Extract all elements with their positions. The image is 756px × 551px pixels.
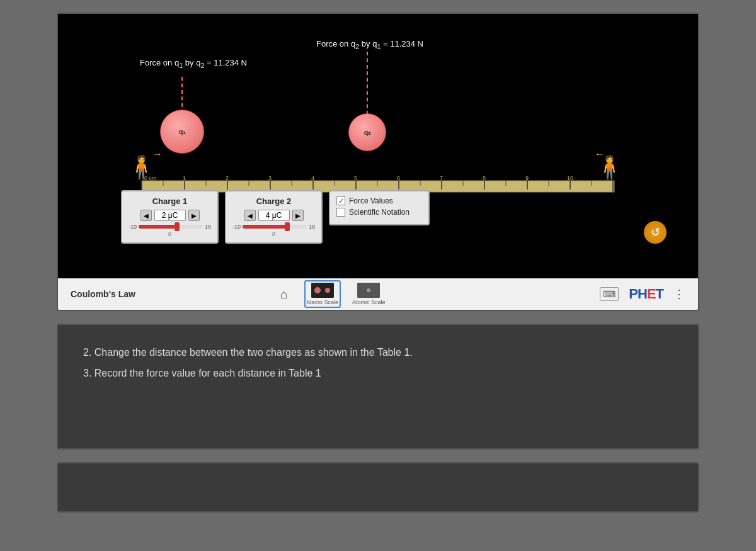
force-q1-value: = 11.234 N [207,58,247,67]
charge2-control-row: ◀ 4 μC ▶ [232,210,315,221]
atomic-scale-svg [357,283,380,298]
charge2-slider-fill [243,225,287,229]
scientific-notation-option[interactable]: Scientific Notation [336,208,422,217]
charge1-min: -10 [129,224,137,230]
force-label-q1: Force on q1 by q2 = 11.234 N [140,58,247,69]
charge-q2-icon: q₂ [364,128,371,137]
svg-text:4: 4 [311,176,314,181]
charge2-slider-row: -10 10 [232,224,315,230]
options-panel: ✓ Force Values Scientific Notation [329,190,430,225]
charge1-slider-fill [139,225,177,229]
instruction-step2: 2. Change the distance between the two c… [83,344,673,362]
keyboard-icon[interactable]: ⌨ [600,287,619,301]
force-values-checkbox[interactable]: ✓ [336,196,345,205]
atomic-scale-button[interactable]: Atomic Scale [351,281,387,307]
charge2-slider-thumb[interactable] [285,222,290,231]
svg-text:10: 10 [567,176,573,181]
svg-text:7: 7 [440,176,443,181]
charge1-title: Charge 1 [129,196,211,206]
phet-e: E [647,286,656,302]
macro-scale-icon [311,283,334,298]
macro-scale-svg [311,283,334,298]
svg-text:1: 1 [183,176,186,181]
atomic-scale-icon [357,283,380,298]
charge1-control-row: ◀ 2 μC ▶ [129,210,211,221]
svg-text:5: 5 [354,176,357,181]
svg-text:6: 6 [397,176,400,181]
dots-menu-button[interactable]: ⋮ [673,287,685,301]
force-q2-value: = 11.234 N [383,39,423,48]
charge1-max: 10 [205,224,211,230]
bottom-empty-card [57,462,699,513]
instructions-area: 2. Change the distance between the two c… [57,324,699,450]
charge2-decrement-button[interactable]: ◀ [244,210,256,221]
macro-scale-label: Macro Scale [307,299,338,305]
svg-text:8: 8 [483,176,486,181]
phet-logo: PHET [629,286,663,302]
svg-point-37 [325,288,330,293]
home-button[interactable]: ⌂ [274,284,294,304]
charge2-value: 4 μC [258,210,290,221]
svg-text:0 cm: 0 cm [144,176,157,181]
force-values-option[interactable]: ✓ Force Values [336,196,422,205]
charge1-slider-thumb[interactable] [175,222,180,231]
sim-bottom-bar: Coulomb's Law ⌂ Macro Scale [58,278,698,310]
charge-q1-circle: q₁ [160,110,204,154]
sim-screen: Force on q1 by q2 = 11.234 N Force on q2… [58,14,698,278]
svg-text:9: 9 [525,176,529,181]
charge1-slider-track[interactable] [139,225,203,229]
phet-t: T [656,286,663,302]
macro-scale-button[interactable]: Macro Scale [304,280,341,308]
charge-q1-icon: q₁ [179,128,186,136]
reset-button[interactable]: ↺ [644,221,667,244]
force-label-q2: Force on q2 by q1 = 11.234 N [316,39,423,50]
phet-ph: PH [629,286,647,302]
instructions-text: 2. Change the distance between the two c… [83,344,673,383]
charge1-increment-button[interactable]: ▶ [188,210,200,221]
charge1-slider-row: -10 10 [129,224,211,230]
svg-text:2: 2 [226,176,229,181]
atomic-scale-label: Atomic Scale [352,299,386,305]
instruction-step3: 3. Record the force value for each dista… [83,365,673,383]
charge1-panel: Charge 1 ◀ 2 μC ▶ -10 10 0 [121,190,219,244]
charge2-title: Charge 2 [232,196,315,206]
arrow-left-pull: → [152,149,163,160]
charge2-max: 10 [309,224,315,230]
charge2-panel: Charge 2 ◀ 4 μC ▶ -10 10 0 [225,190,323,244]
charge1-value: 2 μC [154,210,186,221]
sim-title: Coulomb's Law [71,289,264,299]
svg-point-39 [367,288,370,292]
charge2-min: -10 [232,224,241,230]
controls-area: Charge 1 ◀ 2 μC ▶ -10 10 0 [121,190,635,244]
svg-point-36 [314,287,321,293]
simulation-card: Force on q1 by q2 = 11.234 N Force on q2… [57,13,699,311]
svg-text:3: 3 [268,176,272,181]
charge2-slider-track[interactable] [243,225,307,229]
scientific-notation-label: Scientific Notation [349,208,410,217]
charge-q2-circle: q₂ [348,113,386,151]
force-values-label: Force Values [349,196,393,205]
charge2-increment-button[interactable]: ▶ [292,210,304,221]
scientific-notation-checkbox[interactable] [336,208,345,217]
charge2-zero-label: 0 [232,231,315,237]
charge1-decrement-button[interactable]: ◀ [140,210,152,221]
charge1-zero-label: 0 [129,231,211,237]
dashed-line-q2 [367,52,368,115]
